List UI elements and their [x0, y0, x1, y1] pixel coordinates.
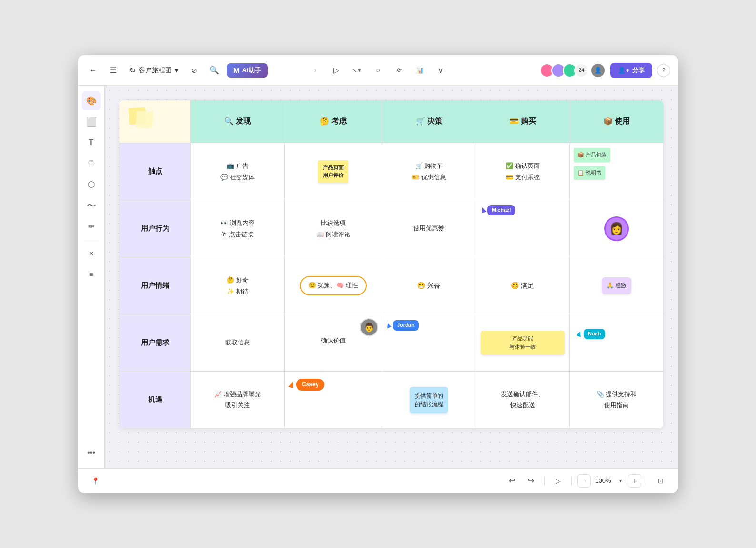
- map-pin-button[interactable]: 📍: [88, 473, 103, 489]
- emotion-discover-text: 🤔 好奇✨ 期待: [196, 274, 279, 297]
- share-label: 分享: [632, 66, 645, 75]
- touchpoint-use: 📦 产品包装 📋 说明书: [569, 143, 663, 200]
- stage-buy: 💳 购买: [476, 100, 569, 143]
- nav-forward-button[interactable]: ›: [308, 63, 323, 78]
- behavior-header: 用户行为: [119, 200, 191, 257]
- opportunity-buy: 发送确认邮件、快速配送: [476, 372, 569, 429]
- play-button[interactable]: ▷: [328, 63, 344, 78]
- main-content: 🎨 ⬜ T 🗒 ⬡ 〜 ✏ ✕ ≡ •••: [78, 86, 678, 468]
- stage-decide-icon: 🛒: [416, 117, 425, 125]
- avatar-count: 24: [574, 63, 588, 78]
- sidebar: 🎨 ⬜ T 🗒 ⬡ 〜 ✏ ✕ ≡ •••: [78, 86, 105, 468]
- titlebar-right: 24 👤 👤+ 分享 ?: [454, 63, 670, 78]
- sidebar-list-icon[interactable]: ≡: [82, 265, 101, 284]
- casey-cursor-label: Casey: [296, 379, 324, 391]
- behavior-use: 👩: [569, 200, 663, 257]
- canvas-area[interactable]: 🔍 发现 🤔 考虑 🛒 决策: [105, 86, 678, 468]
- stage-consider-label: 考虑: [331, 117, 347, 125]
- opportunity-use: 📎 提供支持和使用指南: [569, 372, 663, 429]
- zoom-dropdown-button[interactable]: ▾: [616, 473, 625, 489]
- help-button[interactable]: ?: [657, 64, 670, 77]
- bottom-divider-3: [647, 476, 647, 486]
- history-button[interactable]: ⟳: [391, 63, 407, 78]
- user-avatar[interactable]: 👤: [590, 63, 606, 78]
- emotion-header: 用户情绪: [119, 257, 191, 314]
- touchpoint-header: 触点: [119, 143, 191, 200]
- stage-buy-label: 购买: [521, 117, 536, 125]
- needs-buy: 产品功能与体验一致: [476, 314, 569, 372]
- tag-button[interactable]: ⊘: [187, 63, 202, 78]
- noah-cursor: Noah: [577, 329, 606, 339]
- needs-row: 用户需求 获取信息 确认价值 👨: [119, 314, 664, 372]
- checkout-flow-note[interactable]: 提供简单的的结账流程: [410, 387, 448, 413]
- product-feature-note[interactable]: 产品功能与体验一致: [481, 331, 565, 355]
- needs-discover-text: 获取信息: [196, 338, 279, 348]
- app-window: ← ☰ ↻ 客户旅程图 ▾ ⊘ 🔍 M AI助手 › ▷ ↖✦ ○ ⟳ 📊 ∨: [78, 55, 678, 493]
- present-button[interactable]: ▷: [550, 473, 566, 489]
- sidebar-text-icon[interactable]: T: [82, 133, 101, 152]
- behavior-discover-text: 👀 浏览内容🖱 点击链接: [196, 217, 279, 240]
- sidebar-pen-icon[interactable]: 〜: [82, 196, 101, 215]
- back-button[interactable]: ←: [86, 63, 101, 78]
- emotion-decide-text: 😁 兴奋: [387, 280, 471, 291]
- sidebar-more-icon[interactable]: •••: [82, 443, 101, 462]
- zoom-out-button[interactable]: −: [577, 474, 591, 488]
- opportunity-decide: 提供简单的的结账流程: [382, 372, 476, 429]
- cursor-tool-button[interactable]: ↖✦: [349, 63, 365, 78]
- share-button[interactable]: 👤+ 分享: [610, 63, 652, 78]
- chart-button[interactable]: 📊: [412, 63, 428, 78]
- opportunity-consider: Casey: [285, 372, 382, 429]
- emotion-decide: 😁 兴奋: [382, 257, 476, 314]
- jordan-cursor-arrow: [385, 322, 391, 329]
- nav-label[interactable]: ↻ 客户旅程图 ▾: [126, 64, 182, 77]
- stage-use-label: 使用: [615, 117, 630, 125]
- sidebar-note-icon[interactable]: 🗒: [82, 154, 101, 173]
- product-pkg-note[interactable]: 📦 产品包装: [574, 148, 610, 162]
- product-manual-note[interactable]: 📋 说明书: [574, 166, 605, 180]
- nav-title: 客户旅程图: [139, 66, 172, 75]
- sidebar-draw-icon[interactable]: ✏: [82, 217, 101, 236]
- ai-button[interactable]: M AI助手: [227, 63, 268, 78]
- zoom-controls: − 100% ▾ +: [577, 473, 641, 489]
- circle-tool-button[interactable]: ○: [370, 63, 386, 78]
- grid-view-button[interactable]: ⊡: [653, 473, 668, 489]
- needs-decide: Jordan: [382, 314, 476, 372]
- stage-consider: 🤔 考虑: [285, 100, 382, 143]
- behavior-consider: 比较选项📖 阅读评论: [285, 200, 382, 257]
- needs-use: Noah: [569, 314, 663, 372]
- opportunity-discover: 📈 增强品牌曝光吸引关注: [191, 372, 285, 429]
- menu-button[interactable]: ☰: [106, 63, 121, 78]
- emotion-ellipse: 😟 犹豫、🧠 理性: [300, 276, 367, 295]
- stage-discover-icon: 🔍: [224, 117, 234, 125]
- titlebar-center: › ▷ ↖✦ ○ ⟳ 📊 ∨: [308, 63, 448, 78]
- sidebar-divider: [84, 240, 99, 240]
- collaborator-avatars: 24: [540, 63, 588, 78]
- undo-button[interactable]: ↩: [504, 473, 519, 489]
- touchpoint-use-notes: 📦 产品包装 📋 说明书: [574, 147, 659, 181]
- titlebar-left: ← ☰ ↻ 客户旅程图 ▾ ⊘ 🔍 M AI助手: [86, 63, 302, 78]
- emotion-use-note[interactable]: 🙏 感激: [602, 277, 631, 294]
- more-tools-button[interactable]: ∨: [433, 63, 448, 78]
- emotion-use: 🙏 感激: [569, 257, 663, 314]
- sidebar-palette-icon[interactable]: 🎨: [82, 91, 101, 110]
- redo-button[interactable]: ↪: [523, 473, 538, 489]
- opportunity-header: 机遇: [119, 372, 191, 429]
- touchpoint-consider: 产品页面用户评价: [285, 143, 382, 200]
- search-button[interactable]: 🔍: [207, 63, 222, 78]
- zoom-in-button[interactable]: +: [628, 474, 641, 488]
- sidebar-shape-icon[interactable]: ⬡: [82, 175, 101, 194]
- needs-consider-text: 确认价值: [289, 336, 377, 346]
- stage-decide-label: 决策: [427, 117, 442, 125]
- emotion-buy-text: 😊 满足: [481, 280, 565, 291]
- bottom-divider-1: [544, 476, 545, 486]
- touchpoint-row: 触点 📺 广告💬 社交媒体 产品页面用户评价: [119, 143, 664, 200]
- sidebar-frame-icon[interactable]: ⬜: [82, 112, 101, 131]
- opportunity-buy-text: 发送确认邮件、快速配送: [481, 389, 565, 410]
- journey-map: 🔍 发现 🤔 考虑 🛒 决策: [119, 100, 664, 429]
- sidebar-connector-icon[interactable]: ✕: [82, 244, 101, 263]
- emotion-row: 用户情绪 🤔 好奇✨ 期待 😟 犹豫、🧠 理性: [119, 257, 664, 314]
- product-page-note[interactable]: 产品页面用户评价: [318, 160, 348, 183]
- header-row: 🔍 发现 🤔 考虑 🛒 决策: [119, 100, 664, 143]
- profile-photo-container: 👩: [574, 204, 659, 253]
- jordan-cursor-label: Jordan: [393, 320, 419, 331]
